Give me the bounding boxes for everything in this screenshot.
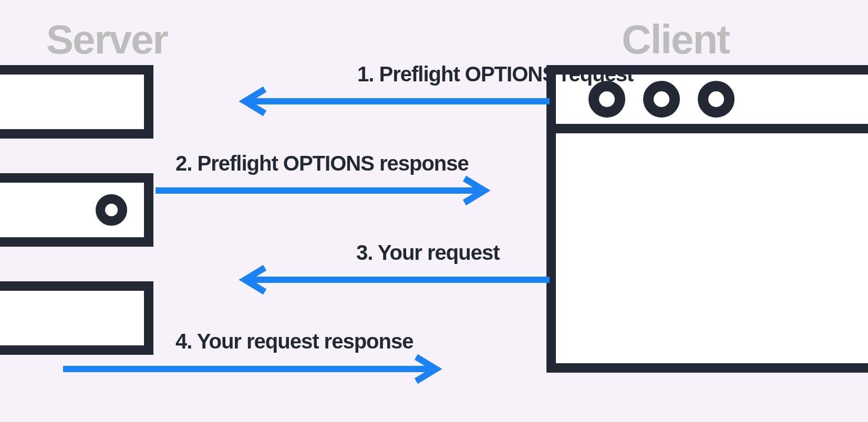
arrow-3-left-icon <box>240 267 550 293</box>
client-heading: Client <box>622 16 729 64</box>
arrow-label-1: 1. Preflight OPTIONS request <box>357 62 633 86</box>
server-unit-3 <box>0 281 153 355</box>
browser-control-icon <box>643 81 680 118</box>
browser-control-icon <box>698 81 735 118</box>
arrow-1-left-icon <box>240 88 550 114</box>
arrow-label-3: 3. Your request <box>356 241 500 265</box>
client-browser <box>546 65 868 373</box>
arrow-label-2: 2. Preflight OPTIONS response <box>175 152 469 175</box>
server-unit-2 <box>0 173 153 247</box>
server-stack <box>0 65 153 389</box>
arrow-2-right-icon <box>156 177 489 204</box>
browser-control-icon <box>588 81 625 118</box>
server-unit-1 <box>0 65 153 139</box>
server-disk-indicator-icon <box>96 194 127 226</box>
arrow-4-right-icon <box>63 356 441 382</box>
arrow-label-4: 4. Your request response <box>175 330 413 353</box>
server-heading: Server <box>46 16 168 64</box>
